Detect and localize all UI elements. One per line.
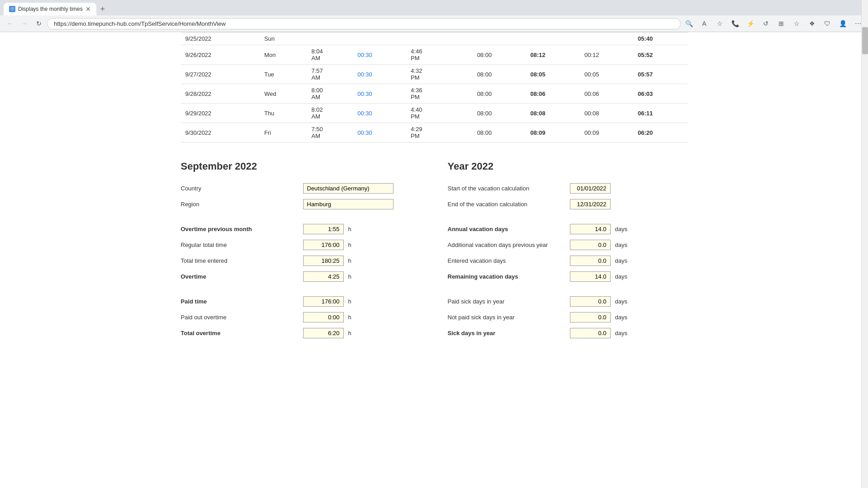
region-input[interactable] (303, 199, 394, 209)
date-cell: 9/29/2022 (181, 104, 260, 123)
collection-icon[interactable]: ❖ (806, 17, 818, 30)
overtime-prev-unit: h (348, 226, 351, 232)
paid-sick-row: Paid sick days in year days (448, 296, 688, 307)
annual-vacation-row: Annual vacation days days (448, 224, 688, 234)
actual-cell: 08:08 (526, 104, 580, 123)
paid-time-unit: h (348, 298, 351, 305)
not-paid-sick-row: Not paid sick days in year days (448, 312, 688, 322)
additional-vacation-label: Additional vacation days previous year (448, 242, 565, 248)
font-icon[interactable]: A (698, 17, 711, 30)
time-out-cell: 4:46PM (406, 45, 452, 65)
star-icon[interactable]: ☆ (713, 17, 726, 30)
end-vacation-input[interactable] (570, 199, 611, 209)
actual-cell: 08:06 (526, 84, 580, 104)
region-row: Region (181, 199, 421, 209)
region-label: Region (181, 201, 299, 208)
time-in-cell: 8:02AM (307, 104, 353, 123)
time-in-cell (307, 33, 353, 45)
additional-vacation-row: Additional vacation days previous year d… (448, 240, 688, 250)
empty-cell (452, 33, 473, 45)
total-entered-input[interactable] (303, 256, 344, 266)
break-cell[interactable]: 00:30 (353, 65, 406, 84)
additional-vacation-unit: days (615, 242, 627, 248)
paid-out-input[interactable] (303, 312, 344, 322)
table-row: 9/26/2022Mon8:04AM00:304:46PM08:0008:120… (181, 45, 688, 65)
new-tab-button[interactable]: + (96, 3, 109, 15)
break-link[interactable]: 00:30 (357, 90, 372, 97)
regular-total-unit: h (348, 242, 351, 248)
table-row: 9/27/2022Tue7:57AM00:304:32PM08:0008:050… (181, 65, 688, 84)
total-entered-row: Total time entered h (181, 256, 421, 266)
country-input[interactable] (303, 183, 394, 194)
scrollbar[interactable] (861, 0, 868, 344)
target-cell (473, 33, 526, 45)
refresh2-icon[interactable]: ↺ (759, 17, 772, 30)
entered-vacation-input[interactable] (570, 256, 611, 266)
paid-sick-input[interactable] (570, 296, 611, 307)
profile-icon[interactable]: 👤 (836, 17, 849, 30)
summary-section: September 2022 Country Region Overtime p… (181, 161, 688, 344)
regular-total-label: Regular total time (181, 242, 299, 248)
address-bar[interactable] (47, 18, 681, 29)
end-vacation-label: End of the vacation calculation (448, 201, 565, 208)
remaining-vacation-input[interactable] (570, 271, 611, 282)
annual-vacation-input[interactable] (570, 224, 611, 234)
active-tab[interactable]: ⏱ Displays the monthly times ✕ (4, 3, 96, 15)
remaining-vacation-row: Remaining vacation days days (448, 271, 688, 282)
annual-vacation-label: Annual vacation days (448, 226, 565, 232)
overtime-prev-input[interactable] (303, 224, 344, 234)
target-cell: 08:00 (473, 84, 526, 104)
search-icon[interactable]: 🔍 (683, 17, 695, 30)
break-cell[interactable]: 00:30 (353, 123, 406, 142)
overtime-input[interactable] (303, 271, 344, 282)
overtime-row: Overtime h (181, 271, 421, 282)
break-cell[interactable]: 00:30 (353, 104, 406, 123)
overtime-prev-row: Overtime previous month h (181, 224, 421, 234)
actual-cell: 08:05 (526, 65, 580, 84)
page-content: 9/25/2022Sun05:409/26/2022Mon8:04AM00:30… (163, 32, 706, 344)
year-column: Year 2022 Start of the vacation calculat… (448, 161, 688, 344)
break-link[interactable]: 00:30 (357, 71, 372, 78)
paid-time-input[interactable] (303, 296, 344, 307)
not-paid-sick-label: Not paid sick days in year (448, 314, 565, 321)
paid-out-row: Paid out overtime h (181, 312, 421, 322)
empty-cell (452, 123, 473, 142)
paid-out-unit: h (348, 314, 351, 321)
overtime-label: Overtime (181, 273, 299, 280)
paid-time-row: Paid time h (181, 296, 421, 307)
phone-icon[interactable]: 📞 (729, 17, 741, 30)
shield-icon[interactable]: 🛡 (821, 17, 834, 30)
sick-days-input[interactable] (570, 328, 611, 338)
forward-button[interactable]: → (18, 17, 31, 30)
break-link[interactable]: 00:30 (357, 110, 372, 117)
country-label: Country (181, 185, 299, 192)
break-link[interactable]: 00:30 (357, 52, 372, 58)
sick-days-unit: days (615, 330, 627, 336)
target-cell: 08:00 (473, 45, 526, 65)
end-vacation-row: End of the vacation calculation (448, 199, 688, 209)
back-button[interactable]: ← (4, 17, 16, 30)
day-cell: Sun (260, 33, 307, 45)
break-cell[interactable]: 00:30 (353, 45, 406, 65)
date-cell: 9/26/2022 (181, 45, 260, 65)
refresh-button[interactable]: ↻ (33, 17, 45, 30)
extension-icon[interactable]: ⚡ (744, 17, 757, 30)
diff-cell: 00:06 (580, 84, 633, 104)
nav-bar: ← → ↻ 🔍 A ☆ 📞 ⚡ ↺ ⊞ ☆ ❖ 🛡 👤 ⋯ (0, 15, 868, 32)
break-cell[interactable]: 00:30 (353, 84, 406, 104)
not-paid-sick-unit: days (615, 314, 627, 321)
regular-total-input[interactable] (303, 240, 344, 250)
tab-title: Displays the monthly times (18, 6, 83, 12)
scrollbar-thumb[interactable] (862, 27, 868, 54)
split-icon[interactable]: ⊞ (775, 17, 787, 30)
bookmark-icon[interactable]: ☆ (790, 17, 803, 30)
day-cell: Wed (260, 84, 307, 104)
additional-vacation-input[interactable] (570, 240, 611, 250)
tab-close-button[interactable]: ✕ (85, 5, 91, 13)
break-link[interactable]: 00:30 (357, 129, 372, 136)
not-paid-sick-input[interactable] (570, 312, 611, 322)
overtime-prev-label: Overtime previous month (181, 226, 299, 232)
start-vacation-input[interactable] (570, 183, 611, 194)
entered-vacation-row: Entered vacation days days (448, 256, 688, 266)
total-overtime-input[interactable] (303, 328, 344, 338)
